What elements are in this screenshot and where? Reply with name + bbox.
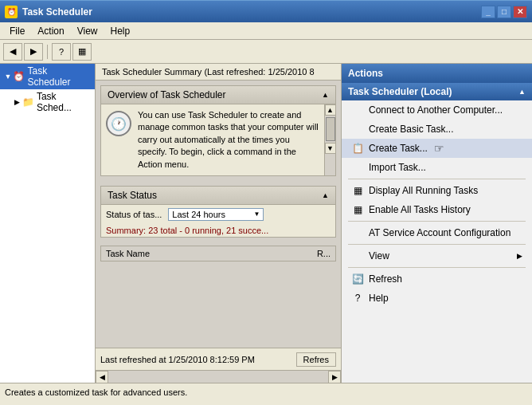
create-basic-icon [351,123,364,136]
overview-title: Overview of Task Scheduler [108,89,226,100]
hscroll-track[interactable] [108,371,328,383]
action-connect-label: Connect to Another Computer... [369,104,503,116]
menu-view[interactable]: View [71,24,104,38]
actions-section-title: Task Scheduler (Local) [348,86,452,97]
dropdown-arrow-icon: ▼ [253,210,260,218]
action-display-label: Display All Running Tasks [369,185,478,196]
action-create-basic-label: Create Basic Task... [369,124,454,135]
action-history-label: Enable All Tasks History [369,204,471,215]
scroll-thumb[interactable] [326,117,335,141]
overview-content: 🕐 You can use Task Scheduler to create a… [101,104,324,175]
action-at-service[interactable]: AT Service Account Configuration [342,223,532,242]
clock-icon: 🕐 [106,111,131,136]
action-at-label: AT Service Account Configuration [369,227,510,238]
collapse-icon-2[interactable]: ▲ [322,191,329,199]
forward-button[interactable]: ▶ [24,43,43,61]
window-title: Task Scheduler [22,6,481,18]
collapse-icon[interactable]: ▲ [322,91,329,99]
menu-action[interactable]: Action [31,24,70,38]
action-refresh-label: Refresh [369,273,402,285]
menu-help[interactable]: Help [104,24,137,38]
tree-expand-icon-2: ▶ [13,97,22,107]
dropdown-value: Last 24 hours [172,210,225,219]
at-service-icon [351,226,364,239]
action-divider-2 [348,221,526,222]
toolbar: ◀ ▶ ? ▦ [0,40,532,64]
folder-icon: 📁 [22,96,34,108]
left-panel: ▼ ⏰ Task Scheduler ▶ 📁 Task Sched... [0,64,96,383]
computer-icon [351,104,364,116]
help-toolbar-button[interactable]: ? [52,43,71,61]
running-tasks-icon: ▦ [351,184,364,197]
submenu-arrow-icon: ▶ [517,252,522,260]
import-icon [351,161,364,174]
view-toolbar-button[interactable]: ▦ [72,43,92,61]
hscroll-left[interactable]: ◀ [96,371,108,383]
scroll-down-arrow[interactable]: ▼ [325,143,336,154]
action-import-label: Import Task... [369,162,426,173]
tree-label-sched: Task Sched... [37,91,92,113]
app-body: ▼ ⏰ Task Scheduler ▶ 📁 Task Sched... Tas… [0,64,532,383]
overview-text: You can use Task Scheduler to create and… [138,109,319,171]
overview-section: Overview of Task Scheduler ▲ 🕐 You can u… [100,85,336,176]
maximize-button[interactable]: □ [497,6,511,18]
action-help-label: Help [369,293,389,304]
action-connect[interactable]: Connect to Another Computer... [342,100,532,120]
action-divider-4 [348,267,526,268]
action-help[interactable]: ? Help [342,289,532,308]
tree-item-task-scheduler[interactable]: ▼ ⏰ Task Scheduler [0,64,95,89]
center-panel: Task Scheduler Summary (Last refreshed: … [96,64,341,383]
scheduler-icon: ⏰ [13,70,25,83]
last-refreshed-text: Last refreshed at 1/25/2010 8:12:59 PM [100,355,290,364]
toolbar-separator [47,45,48,59]
overview-scrollbar[interactable]: ▲ ▼ [324,104,335,175]
menu-file[interactable]: File [3,24,31,38]
summary-text: Summary: 23 total - 0 running, 21 succe.… [101,224,335,237]
overview-header: Overview of Task Scheduler ▲ [101,86,335,104]
task-status-title: Task Status [108,190,157,201]
task-table-header: Task Name R... [100,246,336,261]
task-status-section: Task Status ▲ Status of tas... Last 24 h… [100,186,336,238]
create-task-icon: 📋 [351,142,364,155]
scroll-up-arrow[interactable]: ▲ [325,104,336,116]
status-label: Status of tas... [106,210,162,219]
action-create-basic[interactable]: Create Basic Task... [342,120,532,139]
hscroll-right[interactable]: ▶ [328,371,341,383]
actions-collapse-icon[interactable]: ▲ [518,88,526,96]
action-import[interactable]: Import Task... [342,158,532,177]
title-bar: ⏰ Task Scheduler _ □ ✕ [0,0,532,22]
close-button[interactable]: ✕ [513,6,527,18]
refresh-icon: 🔄 [351,273,364,285]
window-controls: _ □ ✕ [481,6,527,18]
action-create-task-label: Create Task... [369,143,428,154]
bottom-bar: Last refreshed at 1/25/2010 8:12:59 PM R… [96,348,341,370]
right-panel: Actions Task Scheduler (Local) ▲ Connect… [341,64,532,383]
minimize-button[interactable]: _ [481,6,495,18]
action-view[interactable]: View ▶ [342,246,532,265]
refresh-button[interactable]: Refres [296,352,336,367]
overview-content-area: 🕐 You can use Task Scheduler to create a… [101,104,335,175]
tree-item-task-sched[interactable]: ▶ 📁 Task Sched... [0,89,95,115]
status-text: Creates a customized task for advanced u… [5,387,187,397]
tree-label-scheduler: Task Scheduler [27,65,92,88]
action-refresh[interactable]: 🔄 Refresh [342,269,532,289]
status-row: Status of tas... Last 24 hours ▼ [101,205,335,224]
task-status-header: Task Status ▲ [101,187,335,205]
action-create-task[interactable]: 📋 Create Task... ☞ [342,139,532,158]
action-divider-1 [348,179,526,179]
help-icon: ? [351,292,364,305]
history-icon: ▦ [351,203,364,216]
action-display-running[interactable]: ▦ Display All Running Tasks [342,181,532,200]
action-enable-history[interactable]: ▦ Enable All Tasks History [342,200,532,219]
back-button[interactable]: ◀ [3,43,22,61]
status-bar: Creates a customized task for advanced u… [0,383,532,400]
status-dropdown[interactable]: Last 24 hours ▼ [168,208,264,221]
horizontal-scrollbar[interactable]: ◀ ▶ [96,370,341,383]
table-col-r: R... [317,249,331,258]
center-header: Task Scheduler Summary (Last refreshed: … [96,64,341,81]
menu-bar: File Action View Help [0,22,532,40]
actions-header: Actions [342,64,532,83]
action-view-label: View [369,250,389,261]
app-icon: ⏰ [5,6,18,18]
view-icon [351,250,364,262]
